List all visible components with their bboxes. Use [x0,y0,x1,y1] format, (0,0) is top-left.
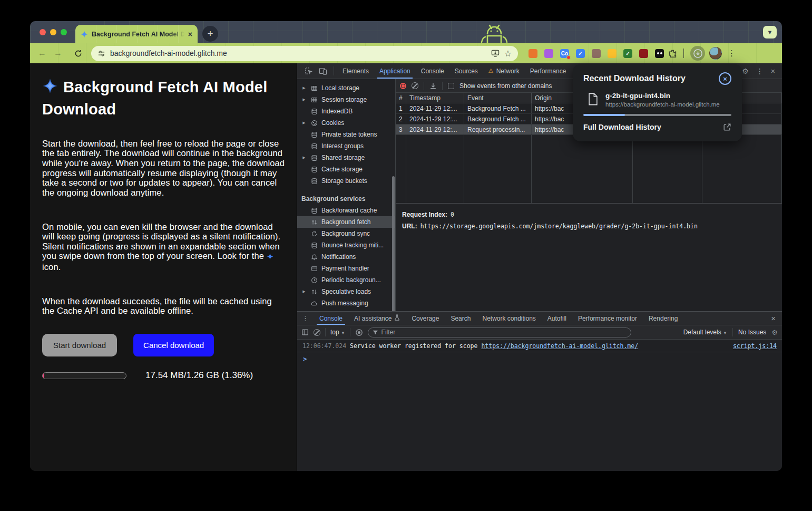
extensions-puzzle-icon[interactable] [668,49,677,58]
sidebar-item-bounce-tracking-miti[interactable]: Bounce tracking miti... [297,239,395,251]
devtools-tab-elements[interactable]: Elements [337,63,374,79]
downloads-button[interactable] [690,46,705,61]
console-sidebar-icon[interactable] [301,329,309,336]
drawer-tab-network-conditions[interactable]: Network conditions [476,312,541,325]
drawer-tab-performance-monitor[interactable]: Performance monitor [572,312,643,325]
forward-button[interactable]: → [52,47,64,59]
devtools-close-icon[interactable]: × [768,67,778,75]
bookmark-star-icon[interactable]: ☆ [504,49,512,59]
column-header[interactable]: Event [464,93,532,103]
console-filter-box[interactable] [368,327,631,338]
extension-red-shield-icon[interactable] [639,49,648,58]
profile-avatar[interactable] [709,47,722,60]
devtools-tab-network[interactable]: ⚠Network [483,63,525,79]
drawer-close-icon[interactable]: × [765,312,782,325]
drawer-tab-rendering[interactable]: Rendering [643,312,683,325]
record-events-icon[interactable] [400,83,406,89]
sidebar-item-private-state-tokens[interactable]: Private state tokens [297,129,395,140]
expand-arrow-icon[interactable]: ▶ [301,86,307,90]
close-window-button[interactable] [40,29,46,35]
devtools-tab-console[interactable]: Console [416,63,449,79]
send-to-device-icon[interactable] [491,50,500,57]
sidebar-item-local-storage[interactable]: ▶Local storage [297,82,395,94]
sidebar-scrollbar[interactable] [392,176,395,311]
console-message-link[interactable]: https://backgroundfetch-ai-model.glitch.… [481,342,638,350]
extension-co-icon[interactable]: Co [560,49,569,58]
console-source-link[interactable]: script.js:14 [733,342,777,350]
new-tab-button[interactable]: + [202,26,218,42]
minimize-window-button[interactable] [50,29,56,35]
browser-tab[interactable]: Background Fetch AI Model D × [75,25,198,43]
extension-green-check-icon[interactable]: ✓ [623,49,632,58]
live-expression-eye-icon[interactable] [355,329,363,336]
address-bar[interactable]: backgroundfetch-ai-model.glitch.me ☆ [91,46,518,61]
inspect-element-icon[interactable] [301,63,316,79]
expand-arrow-icon[interactable]: ▶ [301,290,307,294]
sidebar-item-cookies[interactable]: ▶Cookies [297,117,395,129]
devtools-tab-sources[interactable]: Sources [449,63,483,79]
expand-arrow-icon[interactable]: ▶ [301,121,307,125]
sidebar-item-back-forward-cache[interactable]: Back/forward cache [297,205,395,216]
drawer-tab-coverage[interactable]: Coverage [406,312,445,325]
drawer-tab-autofill[interactable]: Autofill [542,312,572,325]
popup-close-icon[interactable]: × [719,72,731,85]
devtools-tab-performance[interactable]: Performance [525,63,572,79]
sidebar-item-session-storage[interactable]: ▶Session storage [297,94,395,105]
zoom-window-button[interactable] [61,29,67,35]
default-levels-dropdown[interactable]: Default levels ▼ [683,329,727,336]
clear-events-icon[interactable] [412,82,418,89]
console-settings-gear-icon[interactable]: ⚙ [771,329,778,336]
back-button[interactable]: ← [36,47,48,59]
show-other-domains-label[interactable]: Show events from other domains [459,82,552,90]
sidebar-item-payment-handler[interactable]: Payment handler [297,263,395,274]
devtools-menu-icon[interactable]: ⋮ [754,67,766,75]
download-item[interactable]: g-2b-it-gpu-int4.bin https://backgroundf… [583,92,731,108]
table-cell: Background Fetch ... [464,114,532,124]
url-text[interactable]: backgroundfetch-ai-model.glitch.me [110,49,486,57]
no-issues-label[interactable]: No Issues [738,329,766,336]
sidebar-item-interest-groups[interactable]: Interest groups [297,140,395,152]
context-selector[interactable]: top ▼ [330,329,345,336]
save-events-icon[interactable] [429,82,437,90]
tab-search-chevron-icon[interactable]: ▼ [763,26,777,38]
sidebar-item-shared-storage[interactable]: ▶Shared storage [297,152,395,163]
start-download-button[interactable]: Start download [42,334,117,356]
drawer-tab-ai-assistance[interactable]: AI assistance [348,312,406,325]
extension-black-eyes-icon[interactable] [655,49,664,58]
sidebar-item-periodic-backgroun[interactable]: Periodic backgroun... [297,274,395,286]
drawer-tab-console[interactable]: Console [314,312,348,325]
popup-footer[interactable]: Full Download History [583,123,731,131]
console-filter-input[interactable] [381,329,627,336]
sidebar-item-indexeddb[interactable]: IndexedDB [297,105,395,117]
column-header[interactable]: Timestamp [406,93,464,103]
reload-button[interactable] [72,47,84,59]
clear-console-icon[interactable] [314,329,320,336]
expand-arrow-icon[interactable]: ▶ [301,156,307,160]
browser-menu-button[interactable]: ⋮ [726,49,737,58]
device-toolbar-icon[interactable] [316,63,330,79]
paragraph-2-tail: icon. [42,262,61,272]
sidebar-item-push-messaging[interactable]: Push messaging [297,297,395,309]
sidebar-item-notifications[interactable]: Notifications [297,251,395,263]
extension-blue-check-icon[interactable]: ✓ [576,49,585,58]
drawer-menu-icon[interactable]: ⋮ [297,312,314,325]
site-settings-icon[interactable] [97,50,105,57]
console-prompt[interactable]: > [297,352,782,366]
sidebar-item-background-fetch[interactable]: Background fetch [297,216,395,228]
expand-arrow-icon[interactable]: ▶ [301,98,307,102]
show-other-domains-checkbox[interactable] [448,83,454,89]
extension-orange-icon[interactable] [529,49,537,58]
drawer-tab-search[interactable]: Search [445,312,476,325]
full-download-history-link[interactable]: Full Download History [583,123,661,131]
tab-close-icon[interactable]: × [188,30,192,38]
sidebar-item-background-sync[interactable]: Background sync [297,228,395,239]
sidebar-item-storage-buckets[interactable]: Storage buckets [297,175,395,187]
extension-monkey-icon[interactable] [592,49,601,58]
extension-worker-icon[interactable] [608,49,617,58]
sidebar-item-cache-storage[interactable]: Cache storage [297,163,395,175]
sidebar-item-speculative-loads[interactable]: ▶Speculative loads [297,286,395,297]
column-header[interactable]: # [396,93,406,103]
cancel-download-button[interactable]: Cancel download [133,334,214,356]
devtools-tab-application[interactable]: Application [374,63,416,79]
extension-purple-layers-icon[interactable] [544,49,553,58]
